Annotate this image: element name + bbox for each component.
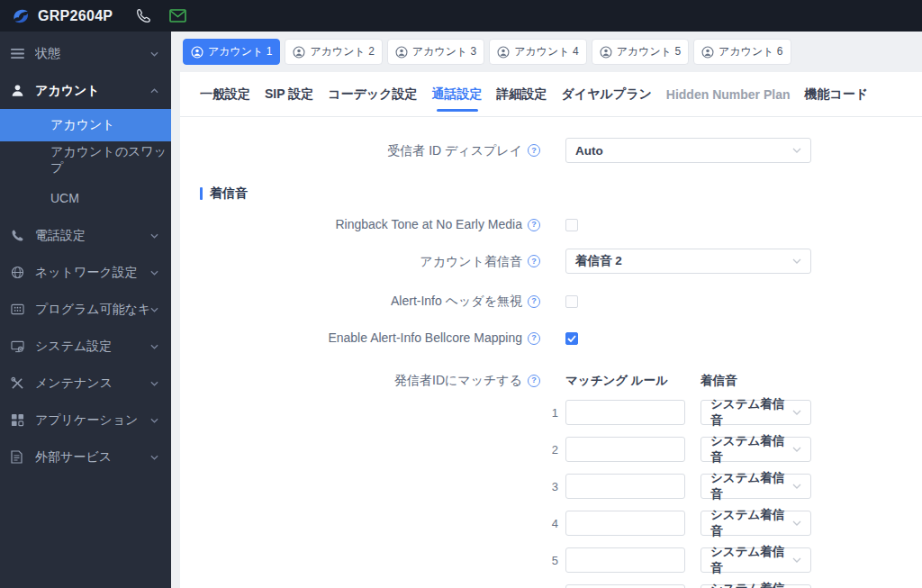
- tab-call-settings[interactable]: 通話設定: [432, 72, 483, 116]
- chevron-down-icon: [792, 447, 801, 452]
- callee-id-display-label: 受信者 ID ディスプレイ: [387, 143, 522, 158]
- chevron-up-icon: [150, 88, 158, 94]
- ignore-alert-info-checkbox[interactable]: [565, 295, 578, 308]
- ringtone-select-6[interactable]: システム着信音: [701, 584, 811, 588]
- sidebar-subitem-account-swap[interactable]: アカウントのスワップ: [0, 141, 171, 179]
- programmable-keys-icon: [11, 302, 26, 317]
- sidebar-item-label: メンテナンス: [35, 375, 150, 392]
- help-icon[interactable]: ?: [528, 332, 540, 345]
- matching-rule-input-6[interactable]: [565, 584, 685, 588]
- match-rule-row-6: 6 システム着信音: [565, 584, 811, 588]
- sidebar-item-programmable-keys[interactable]: プログラム可能なキー: [0, 291, 171, 328]
- ringtone-section-header: 着信音: [180, 185, 922, 203]
- matching-rule-column-header: マッチング ルール: [565, 373, 701, 388]
- select-value: システム着信音: [710, 396, 787, 429]
- chevron-down-icon: [792, 520, 801, 526]
- account-tab-2[interactable]: アカウント 2: [285, 39, 382, 65]
- bellcore-mapping-checkbox[interactable]: [565, 332, 578, 345]
- tab-hidden-number-plan[interactable]: Hidden Number Plan: [666, 72, 791, 116]
- external-services-icon: [11, 449, 26, 465]
- account-tab-3[interactable]: アカウント 3: [387, 39, 484, 65]
- sidebar-subitem-ucm[interactable]: UCM: [0, 179, 171, 217]
- ringback-tone-label: Ringback Tone at No Early Media: [335, 217, 522, 232]
- ringtone-select-5[interactable]: システム着信音: [701, 547, 811, 573]
- select-value: 着信音 2: [575, 253, 622, 269]
- matching-rule-input-3[interactable]: [565, 474, 685, 499]
- sidebar-item-label: 状態: [35, 46, 150, 62]
- chevron-down-icon: [150, 51, 158, 57]
- tab-feature-codes[interactable]: 機能コード: [805, 72, 869, 116]
- mail-icon[interactable]: [169, 9, 186, 23]
- sidebar-item-label: 外部サービス: [35, 449, 150, 466]
- account-tab-label: アカウント 2: [310, 44, 374, 59]
- tab-sip-settings[interactable]: SIP 設定: [265, 72, 313, 116]
- sidebar-item-external-services[interactable]: 外部サービス: [0, 439, 171, 475]
- tab-label: 詳細設定: [497, 86, 547, 103]
- maintenance-tools-icon: [11, 375, 26, 391]
- person-circle-icon: [191, 46, 203, 59]
- account-tab-6[interactable]: アカウント 6: [693, 39, 791, 65]
- tab-dial-plan[interactable]: ダイヤルプラン: [562, 72, 652, 116]
- callee-id-display-select[interactable]: Auto: [565, 138, 811, 163]
- sidebar-item-phone-settings[interactable]: 電話設定: [0, 217, 171, 254]
- help-icon[interactable]: ?: [528, 295, 540, 308]
- select-value: システム着信音: [710, 433, 787, 466]
- sidebar-item-applications[interactable]: アプリケーション: [0, 402, 171, 439]
- matching-rule-input-1[interactable]: [565, 400, 685, 425]
- tab-codec-settings[interactable]: コーデック設定: [328, 72, 417, 116]
- person-circle-icon: [497, 46, 510, 59]
- match-rule-row-1: 1 システム着信音: [565, 400, 811, 425]
- person-circle-icon: [293, 46, 305, 59]
- call-settings-form: 受信者 ID ディスプレイ ? Auto 着信音 Ringback To: [180, 117, 922, 588]
- tab-label: SIP 設定: [265, 86, 313, 103]
- chevron-down-icon: [150, 233, 158, 239]
- account-ringtone-row: アカウント着信音 ? 着信音 2: [180, 249, 922, 274]
- tab-label: 通話設定: [432, 86, 483, 103]
- sidebar-item-network-settings[interactable]: ネットワーク設定: [0, 254, 171, 291]
- ringtone-select-3[interactable]: システム着信音: [701, 474, 811, 499]
- ringtone-select-1[interactable]: システム着信音: [701, 400, 811, 425]
- person-circle-icon: [701, 46, 714, 59]
- ringtone-select-2[interactable]: システム着信音: [701, 437, 811, 462]
- help-icon[interactable]: ?: [528, 255, 540, 267]
- account-tab-label: アカウント 3: [412, 44, 476, 59]
- sidebar-item-maintenance[interactable]: メンテナンス: [0, 365, 171, 402]
- ringback-tone-checkbox[interactable]: [565, 219, 578, 231]
- sidebar: 状態 アカウント アカウント アカウントのスワップ UCM 電話設定: [0, 32, 171, 588]
- account-ringtone-select[interactable]: 着信音 2: [565, 249, 811, 274]
- system-settings-icon: [11, 339, 26, 354]
- select-value: システム着信音: [710, 470, 787, 502]
- phone-handset-icon[interactable]: [136, 8, 151, 23]
- account-tab-5[interactable]: アカウント 5: [592, 39, 689, 65]
- matching-rule-input-2[interactable]: [565, 437, 685, 462]
- row-index: 4: [542, 517, 558, 530]
- match-rule-row-3: 3 システム着信音: [565, 474, 811, 499]
- account-tab-label: アカウント 4: [514, 44, 578, 59]
- select-value: システム着信音: [710, 581, 787, 588]
- chevron-down-icon: [150, 418, 158, 423]
- tab-label: 機能コード: [805, 86, 869, 103]
- tab-label: ダイヤルプラン: [562, 86, 652, 103]
- sidebar-item-system-settings[interactable]: システム設定: [0, 328, 171, 365]
- account-ringtone-label: アカウント着信音: [420, 254, 522, 269]
- sidebar-item-status[interactable]: 状態: [0, 35, 171, 72]
- account-tab-1[interactable]: アカウント 1: [183, 39, 280, 65]
- sidebar-subitem-account[interactable]: アカウント: [0, 109, 171, 141]
- callee-id-display-row: 受信者 ID ディスプレイ ? Auto: [180, 138, 922, 163]
- tab-label: コーデック設定: [328, 86, 417, 103]
- chevron-down-icon: [792, 484, 801, 489]
- help-icon[interactable]: ?: [528, 219, 540, 231]
- sidebar-item-account[interactable]: アカウント: [0, 72, 171, 109]
- matching-rule-input-5[interactable]: [565, 547, 685, 573]
- match-rule-row-2: 2 システム着信音: [565, 437, 811, 462]
- matching-rule-input-4[interactable]: [565, 511, 685, 536]
- sidebar-item-label: システム設定: [35, 339, 150, 355]
- tab-general-settings[interactable]: 一般設定: [200, 72, 250, 116]
- sidebar-subitem-label: UCM: [50, 191, 79, 205]
- ringtone-select-4[interactable]: システム着信音: [701, 511, 811, 536]
- help-icon[interactable]: ?: [528, 144, 540, 157]
- applications-icon: [11, 412, 26, 428]
- help-icon[interactable]: ?: [528, 375, 540, 387]
- tab-advanced-settings[interactable]: 詳細設定: [497, 72, 547, 116]
- account-tab-4[interactable]: アカウント 4: [489, 39, 586, 65]
